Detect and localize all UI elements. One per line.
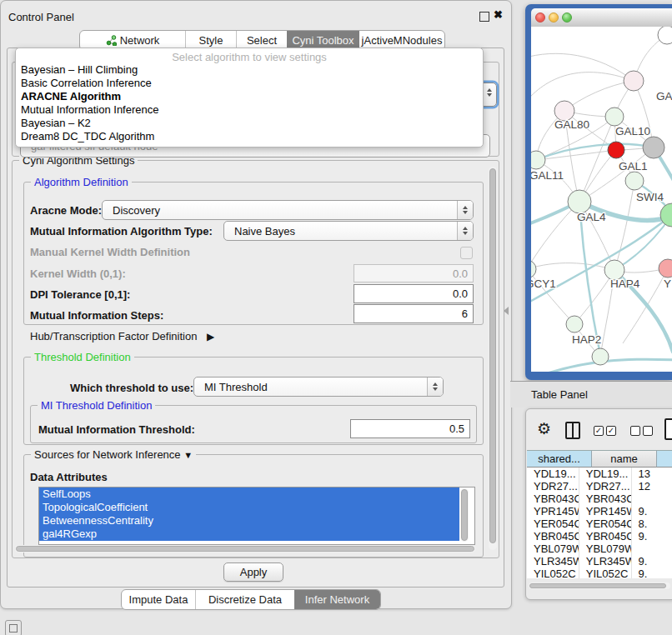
table-cell: YDL19...: [527, 468, 579, 480]
table-cell: YPR145W: [579, 505, 632, 518]
network-node[interactable]: [608, 142, 624, 158]
table-row[interactable]: YDR27...YDR27...12: [527, 480, 672, 492]
algorithm-option-dream8-dc-tdc-algorithm[interactable]: Dream8 DC_TDC Algorithm: [16, 130, 483, 143]
network-node[interactable]: [605, 108, 624, 126]
network-node-label: GAL1: [619, 160, 648, 172]
manual-kernel-checkbox: [460, 247, 473, 259]
tab-label: jActiveMNodules: [362, 34, 443, 47]
restore-panel-button[interactable]: [5, 620, 22, 635]
table-row[interactable]: YDL19...YDL19...13: [527, 468, 672, 480]
settings-vertical-scrollbar[interactable]: [489, 167, 497, 550]
network-node[interactable]: [659, 259, 672, 278]
network-node-label: GCY1: [531, 278, 556, 290]
algorithm-option-mutual-information-inference[interactable]: Mutual Information Inference: [16, 103, 483, 117]
hub-section-toggle[interactable]: Hub/Transcription Factor Definition ▶: [30, 330, 214, 342]
network-edge: [531, 53, 634, 81]
sources-title-text: Sources for Network Inference: [34, 448, 181, 461]
table-cell: 9.: [632, 530, 672, 542]
network-graph: GALGAL80GAL10GAL1GAL11SWI4GAL4GCY1HAP4YH…: [531, 27, 672, 372]
algorithm-dropdown-popup: Select algorithm to view settings Bayesi…: [15, 48, 484, 148]
network-node[interactable]: [624, 71, 644, 91]
tab-discretize-data[interactable]: Discretize Data: [195, 590, 294, 609]
table-horizontal-scrollbar[interactable]: [529, 582, 670, 589]
table-row[interactable]: YIL052CYIL052C9.: [527, 568, 672, 578]
checked-checkbox-icon-2[interactable]: ✓: [606, 426, 616, 436]
network-node[interactable]: [643, 137, 664, 158]
network-canvas[interactable]: GALGAL80GAL10GAL1GAL11SWI4GAL4GCY1HAP4YH…: [531, 27, 672, 372]
table-cell: YBR045C: [527, 530, 579, 542]
table-cell: 9.: [632, 505, 672, 518]
algorithm-dropdown-prompt: Select algorithm to view settings: [16, 51, 483, 63]
columns-icon[interactable]: [565, 422, 580, 439]
network-node[interactable]: [531, 260, 536, 278]
apply-button[interactable]: Apply: [223, 562, 283, 582]
mi-type-value: Naive Bayes: [234, 225, 295, 238]
table-row[interactable]: YER054CYER054C8.: [527, 518, 672, 530]
table-cell: YBR043C: [579, 492, 632, 505]
dpi-tolerance-field[interactable]: 0.0: [354, 284, 474, 303]
float-panel-icon[interactable]: [479, 12, 489, 22]
which-threshold-combo[interactable]: MI Threshold: [193, 377, 444, 397]
network-edge: [531, 263, 614, 270]
data-attribute-item-gal4rgexp[interactable]: gal4RGexp: [39, 528, 459, 541]
aracne-mode-combo[interactable]: Discovery: [102, 200, 474, 220]
table-row[interactable]: YBR043CYBR043C: [527, 492, 672, 505]
algorithm-option-aracne-algorithm[interactable]: ARACNE Algorithm: [16, 90, 483, 103]
mi-threshold-field[interactable]: 0.5: [350, 419, 470, 438]
table-row[interactable]: YPR145WYPR145W9.: [527, 505, 672, 518]
kernel-width-field: 0.0: [354, 264, 474, 282]
network-edge: [531, 217, 669, 307]
control-panel-title: Control Panel: [8, 11, 74, 23]
table-cell: YDR27...: [527, 480, 579, 492]
aracne-mode-label: Aracne Mode:: [30, 204, 102, 217]
mi-steps-field[interactable]: 6: [354, 304, 474, 323]
network-node[interactable]: [531, 151, 545, 169]
algorithm-option-bayesian-k2[interactable]: Bayesian – K2: [16, 117, 483, 130]
network-node-label: GAL10: [615, 125, 650, 138]
table-cell: 9.: [632, 568, 672, 578]
column-header-shared[interactable]: shared...: [527, 450, 592, 468]
table-row[interactable]: YBR045CYBR045C9.: [527, 530, 672, 542]
close-icon[interactable]: ✖: [494, 8, 503, 21]
sources-group-title[interactable]: Sources for Network Inference ▼: [31, 448, 196, 461]
attributes-list-scrollbar[interactable]: [460, 488, 469, 542]
network-icon: [106, 35, 117, 46]
network-node[interactable]: [568, 190, 591, 213]
table-cell: YIL052C: [579, 568, 632, 578]
table-row[interactable]: YBL079WYBL079W: [527, 542, 672, 555]
mi-type-combo[interactable]: Naive Bayes: [223, 221, 474, 241]
table-row[interactable]: YLR345WYLR345W9.: [527, 555, 672, 568]
tab-infer-network[interactable]: Infer Network: [294, 590, 380, 609]
splitter-collapse-arrow[interactable]: [504, 307, 509, 315]
column-header-name[interactable]: name: [592, 450, 657, 468]
data-attribute-item-selfloops[interactable]: SelfLoops: [39, 488, 459, 501]
unchecked-checkbox-icon-2[interactable]: [643, 426, 653, 436]
tab-impute-data[interactable]: Impute Data: [122, 590, 195, 609]
document-icon[interactable]: [664, 418, 672, 440]
zoom-window-icon[interactable]: [562, 12, 572, 22]
table-cell: YDL19...: [579, 468, 632, 480]
algorithm-option-bayesian-hill-climbing[interactable]: Bayesian – Hill Climbing: [16, 63, 483, 77]
table-cell: 12: [632, 480, 672, 492]
aracne-mode-value: Discovery: [113, 204, 160, 217]
network-node-label: GAL: [656, 90, 672, 102]
column-header-a[interactable]: A: [657, 450, 672, 468]
data-attribute-item-betweennesscentrality[interactable]: BetweennessCentrality: [39, 514, 459, 528]
checked-checkbox-icon-1[interactable]: ✓: [594, 426, 604, 436]
network-node[interactable]: [566, 316, 583, 332]
unchecked-checkbox-icon-1[interactable]: [630, 426, 640, 436]
network-node[interactable]: [592, 348, 609, 365]
minimize-window-icon[interactable]: [549, 12, 559, 22]
tab-label: Select: [247, 34, 277, 47]
data-attribute-item-topologicalcoefficient[interactable]: TopologicalCoefficient: [39, 501, 459, 514]
network-node[interactable]: [625, 172, 644, 190]
gear-icon[interactable]: ⚙: [537, 419, 551, 438]
settings-horizontal-scrollbar[interactable]: [15, 545, 475, 552]
table-cell: YBL079W: [579, 542, 632, 555]
data-attributes-list[interactable]: SelfLoopsTopologicalCoefficientBetweenne…: [38, 487, 475, 545]
collapsed-arrow-icon: ▶: [207, 331, 214, 342]
close-window-icon[interactable]: [535, 12, 545, 22]
network-node[interactable]: [658, 27, 672, 44]
algorithm-option-basic-correlation-inference[interactable]: Basic Correlation Inference: [16, 77, 483, 90]
table-cell: YDR27...: [579, 480, 632, 492]
